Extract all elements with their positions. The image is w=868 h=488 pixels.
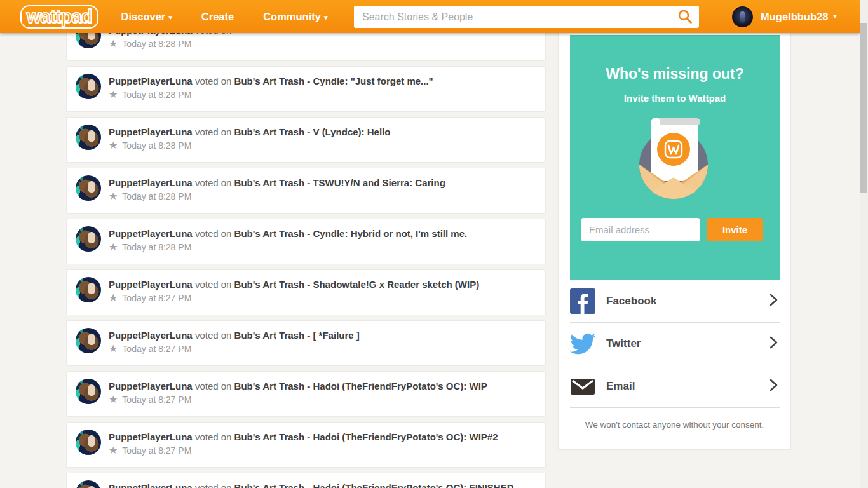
vote-star-icon: ★ bbox=[109, 395, 118, 405]
actor-avatar[interactable] bbox=[76, 480, 101, 488]
notification-text: PuppetPlayerLuna voted on Bub's Art Tras… bbox=[109, 278, 535, 291]
actor-avatar[interactable] bbox=[76, 74, 101, 99]
story-title[interactable]: Bub's Art Trash - Cyndle: "Just forget m… bbox=[234, 76, 433, 86]
invite-button[interactable]: Invite bbox=[707, 218, 763, 241]
notification-text: PuppetPlayerLuna voted on Bub's Art Tras… bbox=[109, 176, 535, 189]
facebook-icon bbox=[570, 288, 595, 314]
timestamp: Today at 8:28 PM bbox=[122, 140, 191, 151]
notification-text: PuppetPlayerLuna voted on Bub's Art Tras… bbox=[109, 379, 535, 393]
share-row[interactable]: Email bbox=[570, 365, 780, 408]
notification-text: PuppetPlayerLuna voted on Bub's Art Tras… bbox=[109, 227, 535, 240]
story-title[interactable]: Bub's Art Trash - TSWU!Y/N and Sierra: C… bbox=[234, 177, 445, 188]
nav-discover[interactable]: Discover▾ bbox=[121, 11, 172, 23]
notification-card[interactable]: PuppetPlayerLuna voted on Bub's Art Tras… bbox=[66, 422, 546, 468]
invite-card: Who's missing out? Invite them to Wattpa… bbox=[570, 35, 780, 280]
vote-star-icon: ★ bbox=[109, 293, 118, 303]
share-row[interactable]: Facebook bbox=[570, 280, 780, 323]
notification-text: PuppetPlayerLuna voted on Bub's Art Tras… bbox=[109, 329, 535, 342]
notification-card[interactable]: PuppetPlayerLuna voted on Bub's Art Tras… bbox=[66, 219, 546, 264]
actor-avatar[interactable] bbox=[76, 175, 101, 201]
action-text: voted on bbox=[195, 177, 234, 188]
search-input[interactable] bbox=[354, 6, 699, 28]
action-text: voted on bbox=[195, 126, 234, 137]
notification-card[interactable]: PuppetPlayerLuna voted on Bub's Art Tras… bbox=[66, 168, 546, 214]
nav-community[interactable]: Community▾ bbox=[263, 11, 327, 23]
username: Mugelbbub28 bbox=[761, 11, 828, 23]
top-navbar: wattpad Discover▾ Create Community▾ Muge… bbox=[0, 0, 860, 33]
vote-star-icon: ★ bbox=[109, 39, 118, 49]
chevron-down-icon: ▾ bbox=[324, 13, 328, 21]
wattpad-logo[interactable]: wattpad bbox=[20, 5, 98, 29]
story-title[interactable]: Bub's Art Trash - V (Lyndce): Hello bbox=[234, 126, 391, 137]
actor-name[interactable]: PuppetPlayerLuna bbox=[109, 76, 193, 86]
invite-sidebar: Who's missing out? Invite them to Wattpa… bbox=[558, 33, 791, 450]
timestamp: Today at 8:28 PM bbox=[122, 242, 191, 252]
story-title[interactable]: Bub's Art Trash - Hadoi (TheFriendFryPot… bbox=[234, 482, 514, 488]
share-label: Twitter bbox=[606, 337, 641, 350]
action-text: voted on bbox=[195, 330, 234, 341]
notification-text: PuppetPlayerLuna voted on Bub's Art Tras… bbox=[109, 125, 535, 139]
share-label: Email bbox=[606, 380, 635, 393]
user-menu[interactable]: Mugelbbub28 ▾ bbox=[732, 0, 837, 33]
action-text: voted on bbox=[195, 76, 234, 86]
actor-name[interactable]: PuppetPlayerLuna bbox=[109, 126, 193, 137]
nav-create[interactable]: Create bbox=[201, 11, 234, 23]
action-text: voted on bbox=[195, 381, 234, 391]
notification-card[interactable]: PuppetPlayerLuna voted on Bub's Art Tras… bbox=[66, 269, 546, 315]
invite-email-input[interactable] bbox=[581, 218, 700, 241]
notifications-feed: PuppetPlayerLuna voted on ★ Today at 8:2… bbox=[66, 0, 546, 488]
chevron-down-icon: ▾ bbox=[833, 12, 837, 20]
actor-name[interactable]: PuppetPlayerLuna bbox=[109, 482, 193, 488]
actor-avatar[interactable] bbox=[76, 125, 101, 150]
user-avatar[interactable] bbox=[732, 6, 753, 27]
vote-star-icon: ★ bbox=[109, 344, 118, 354]
search-icon[interactable] bbox=[676, 8, 694, 26]
main-nav: Discover▾ Create Community▾ bbox=[121, 11, 357, 23]
vote-star-icon: ★ bbox=[109, 445, 118, 456]
twitter-icon bbox=[570, 331, 595, 356]
notification-text: PuppetPlayerLuna voted on Bub's Art Tras… bbox=[109, 481, 535, 488]
timestamp: Today at 8:27 PM bbox=[122, 445, 191, 456]
actor-avatar[interactable] bbox=[76, 226, 101, 252]
story-title[interactable]: Bub's Art Trash - Cyndle: Hybrid or not,… bbox=[234, 228, 468, 239]
actor-name[interactable]: PuppetPlayerLuna bbox=[109, 431, 193, 442]
actor-name[interactable]: PuppetPlayerLuna bbox=[109, 228, 193, 239]
notification-text: PuppetPlayerLuna voted on Bub's Art Tras… bbox=[109, 430, 535, 444]
actor-name[interactable]: PuppetPlayerLuna bbox=[109, 177, 193, 188]
story-title[interactable]: Bub's Art Trash - [ *Failure ] bbox=[234, 330, 360, 341]
page-scrollbar[interactable] bbox=[860, 0, 868, 488]
search-bar bbox=[354, 6, 699, 28]
actor-name[interactable]: PuppetPlayerLuna bbox=[109, 330, 193, 341]
actor-name[interactable]: PuppetPlayerLuna bbox=[109, 279, 193, 290]
vote-star-icon: ★ bbox=[109, 242, 118, 252]
story-title[interactable]: Bub's Art Trash - Shadowtale!G x Reader … bbox=[234, 279, 480, 290]
action-text: voted on bbox=[195, 279, 234, 290]
actor-avatar[interactable] bbox=[76, 379, 101, 404]
actor-avatar[interactable] bbox=[76, 328, 101, 353]
chevron-down-icon: ▾ bbox=[168, 13, 172, 21]
notification-card[interactable]: PuppetPlayerLuna voted on Bub's Art Tras… bbox=[66, 473, 546, 488]
invite-title: Who's missing out? bbox=[570, 65, 780, 83]
actor-avatar[interactable] bbox=[76, 430, 101, 455]
share-label: Facebook bbox=[606, 295, 656, 308]
scrollbar-thumb[interactable] bbox=[860, 23, 867, 193]
notification-card[interactable]: PuppetPlayerLuna voted on Bub's Art Tras… bbox=[66, 320, 546, 366]
notification-card[interactable]: PuppetPlayerLuna voted on Bub's Art Tras… bbox=[66, 371, 546, 417]
timestamp: Today at 8:27 PM bbox=[122, 344, 191, 354]
timestamp: Today at 8:27 PM bbox=[122, 395, 191, 405]
story-title[interactable]: Bub's Art Trash - Hadoi (TheFriendFryPot… bbox=[234, 381, 487, 391]
story-title[interactable]: Bub's Art Trash - Hadoi (TheFriendFryPot… bbox=[234, 431, 498, 442]
chevron-right-icon bbox=[768, 378, 778, 395]
share-row[interactable]: Twitter bbox=[570, 323, 780, 365]
action-text: voted on bbox=[195, 482, 234, 488]
actor-name[interactable]: PuppetPlayerLuna bbox=[109, 381, 193, 391]
notification-card[interactable]: PuppetPlayerLuna voted on Bub's Art Tras… bbox=[66, 117, 546, 163]
consent-note: We won't contact anyone without your con… bbox=[559, 420, 790, 430]
timestamp: Today at 8:28 PM bbox=[122, 191, 191, 201]
actor-avatar[interactable] bbox=[76, 277, 101, 302]
invite-subtitle: Invite them to Wattpad bbox=[570, 93, 780, 104]
chevron-right-icon bbox=[768, 293, 778, 309]
timestamp: Today at 8:28 PM bbox=[122, 90, 191, 100]
share-options: Facebook Twitter Email bbox=[570, 280, 780, 408]
notification-card[interactable]: PuppetPlayerLuna voted on Bub's Art Tras… bbox=[66, 66, 546, 112]
